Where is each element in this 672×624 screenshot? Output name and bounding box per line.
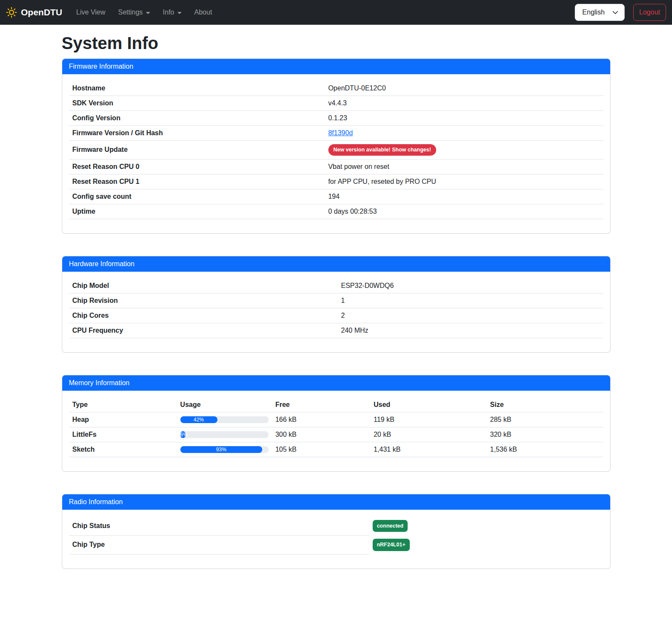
row-label: SDK Version: [69, 96, 325, 111]
chip-status-badge: connected: [373, 520, 408, 532]
page-title: System Info: [62, 34, 611, 53]
firmware-information-card: Firmware Information Hostname OpenDTU-0E…: [62, 58, 611, 234]
radio-table: Chip Status connected Chip Type nRF24L01…: [69, 517, 603, 555]
chip-type-badge: nRF24L01+: [373, 539, 410, 551]
row-value: OpenDTU-0E12C0: [325, 81, 603, 96]
heap-usage-progress: 42%: [180, 416, 269, 423]
language-select[interactable]: English: [575, 4, 625, 21]
column-header-usage: Usage: [177, 398, 272, 412]
row-label: Uptime: [69, 204, 325, 219]
radio-information-card: Radio Information Chip Status connected …: [62, 494, 611, 569]
row-value: Vbat power on reset: [325, 159, 603, 174]
memory-free-value: 166 kB: [272, 412, 371, 427]
nav-item-label: Settings: [118, 9, 143, 16]
nav-item-label: Live View: [76, 9, 105, 16]
column-header-type: Type: [69, 398, 177, 412]
table-header-row: Type Usage Free Used Size: [69, 398, 603, 412]
row-label: Chip Revision: [69, 293, 338, 308]
top-navbar: OpenDTU Live View Settings Info About En…: [0, 0, 672, 25]
row-label: Config save count: [69, 189, 325, 204]
row-value: 0 days 00:28:53: [325, 204, 603, 219]
row-value: 1: [338, 293, 603, 308]
row-value: 194: [325, 189, 603, 204]
memory-type-label: LittleFs: [69, 427, 177, 442]
table-row: LittleFs 6% 300 kB 20 kB 320 kB: [69, 427, 603, 442]
table-row: Reset Reason CPU 0 Vbat power on reset: [69, 159, 603, 174]
hardware-table: Chip Model ESP32-D0WDQ6 Chip Revision 1 …: [69, 279, 603, 338]
git-hash-link[interactable]: 8f1390d: [328, 129, 353, 136]
table-row: Chip Revision 1: [69, 293, 603, 308]
nav-item-live-view[interactable]: Live View: [70, 5, 112, 20]
row-value: 0.1.23: [325, 111, 603, 126]
nav-item-settings[interactable]: Settings: [112, 5, 156, 20]
table-row: Uptime 0 days 00:28:53: [69, 204, 603, 219]
row-label: Chip Cores: [69, 308, 338, 323]
table-row: Chip Cores 2: [69, 308, 603, 323]
radio-card-header: Radio Information: [62, 494, 610, 510]
table-row: Config save count 194: [69, 189, 603, 204]
progress-bar-fill: 93%: [180, 446, 263, 453]
table-row: Heap 42% 166 kB 119 kB 285 kB: [69, 412, 603, 427]
chevron-down-icon: [177, 12, 182, 14]
row-value: for APP CPU, reseted by PRO CPU: [325, 174, 603, 189]
chevron-down-icon: [146, 12, 150, 14]
logout-button[interactable]: Logout: [633, 4, 666, 21]
table-row: Config Version 0.1.23: [69, 111, 603, 126]
table-row: SDK Version v4.4.3: [69, 96, 603, 111]
hardware-card-header: Hardware Information: [62, 256, 610, 272]
column-header-free: Free: [272, 398, 371, 412]
nav-item-label: Info: [163, 9, 174, 16]
memory-size-value: 1,536 kB: [487, 442, 603, 457]
brand-logo[interactable]: OpenDTU: [6, 7, 62, 18]
nav-item-about[interactable]: About: [188, 5, 219, 20]
firmware-card-header: Firmware Information: [62, 59, 610, 74]
row-value: 2: [338, 308, 603, 323]
row-label: Hostname: [69, 81, 325, 96]
row-value: v4.4.3: [325, 96, 603, 111]
table-row: Sketch 93% 105 kB 1,431 kB 1,536 kB: [69, 442, 603, 457]
table-row: Reset Reason CPU 1 for APP CPU, reseted …: [69, 174, 603, 189]
nav-item-label: About: [194, 9, 212, 16]
row-value: 240 MHz: [338, 323, 603, 338]
row-label: Firmware Version / Git Hash: [69, 126, 325, 141]
table-row: Chip Status connected: [69, 517, 603, 536]
table-row: Firmware Version / Git Hash 8f1390d: [69, 126, 603, 141]
littlefs-usage-progress: 6%: [180, 431, 269, 438]
row-label: Reset Reason CPU 0: [69, 159, 325, 174]
table-row: CPU Frequency 240 MHz: [69, 323, 603, 338]
row-label: Firmware Update: [69, 141, 325, 160]
memory-free-value: 105 kB: [272, 442, 371, 457]
memory-used-value: 1,431 kB: [370, 442, 487, 457]
memory-used-value: 20 kB: [370, 427, 487, 442]
row-label: Chip Model: [69, 279, 338, 293]
row-label: CPU Frequency: [69, 323, 338, 338]
memory-free-value: 300 kB: [272, 427, 371, 442]
table-row: Chip Model ESP32-D0WDQ6: [69, 279, 603, 293]
column-header-size: Size: [487, 398, 603, 412]
memory-type-label: Heap: [69, 412, 177, 427]
table-row: Hostname OpenDTU-0E12C0: [69, 81, 603, 96]
nav-item-info[interactable]: Info: [156, 5, 188, 20]
memory-type-label: Sketch: [69, 442, 177, 457]
row-label: Chip Type: [69, 535, 369, 554]
row-label: Config Version: [69, 111, 325, 126]
language-selected-value: English: [582, 9, 605, 16]
row-value: ESP32-D0WDQ6: [338, 279, 603, 293]
table-row: Chip Type nRF24L01+: [69, 535, 603, 554]
memory-size-value: 320 kB: [487, 427, 603, 442]
chevron-down-icon: [612, 9, 618, 15]
firmware-table: Hostname OpenDTU-0E12C0 SDK Version v4.4…: [69, 81, 603, 219]
memory-used-value: 119 kB: [370, 412, 487, 427]
brand-label: OpenDTU: [21, 7, 62, 17]
memory-information-card: Memory Information Type Usage Free Used …: [62, 375, 611, 472]
memory-card-header: Memory Information: [62, 375, 610, 391]
column-header-used: Used: [370, 398, 487, 412]
firmware-update-badge[interactable]: New version available! Show changes!: [328, 144, 436, 156]
row-label: Reset Reason CPU 1: [69, 174, 325, 189]
hardware-information-card: Hardware Information Chip Model ESP32-D0…: [62, 256, 611, 353]
sketch-usage-progress: 93%: [180, 446, 269, 453]
progress-bar-fill: 6%: [180, 431, 185, 438]
row-label: Chip Status: [69, 517, 369, 536]
memory-size-value: 285 kB: [487, 412, 603, 427]
sun-icon: [6, 7, 17, 18]
